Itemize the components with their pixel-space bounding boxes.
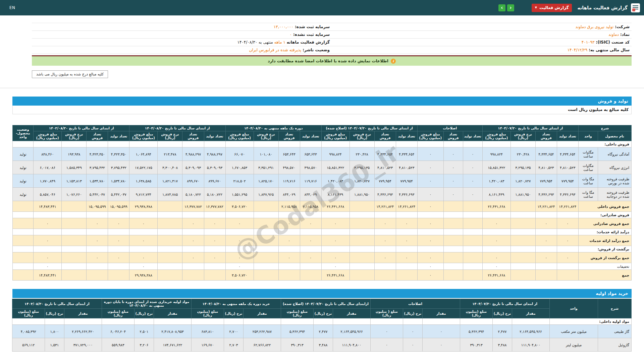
- column-header: تعداد تولید: [557, 131, 578, 141]
- amounts-note: کلیه مبالغ درج شده به میلیون ریال می باش…: [32, 70, 108, 78]
- value-cell: [443, 246, 463, 252]
- status-cell: تولید: [13, 174, 34, 188]
- signature-notice-text: اطلاعات نمایش داده شده با اطلاعات امضا ش…: [268, 59, 388, 63]
- raw-materials-title: خرید مواد اولیه: [596, 291, 628, 296]
- value-cell: ۸,۱۶۱,۴۳۹: [482, 188, 511, 201]
- value-cell: ۵,۴۴۲,۰۳۷: [108, 188, 129, 201]
- value-cell: ۲۹,۹۳۸,۳۸۸: [129, 270, 158, 281]
- company-info-row: شرکت: تولید نیروی برق دماوند: [332, 23, 632, 31]
- value-cell: ۰: [182, 252, 204, 263]
- value-cell: ۳,۴۸۸: [493, 338, 512, 352]
- value-cell: [460, 318, 492, 325]
- value-cell: [300, 141, 321, 147]
- value-cell: [300, 229, 321, 235]
- value-cell: [350, 201, 374, 212]
- value-cell: [535, 246, 557, 252]
- value-cell: ۱,۸۸۱,۹۵۰: [511, 188, 535, 201]
- info-label: نماد:: [619, 32, 630, 37]
- value-cell: ۰: [204, 218, 225, 229]
- value-cell: ۱۱۱,۹۰۴,۸۰۰: [333, 338, 370, 352]
- value-cell: [417, 212, 443, 218]
- value-cell: [463, 246, 482, 252]
- nav-back-button[interactable]: ‹: [507, 4, 514, 11]
- value-cell: [254, 235, 278, 246]
- value-cell: [482, 141, 511, 147]
- value-cell: [535, 141, 557, 147]
- value-cell: ۷۷۹,۹۵۴: [374, 174, 396, 188]
- report-navigation: ‹ ›: [498, 4, 514, 11]
- value-cell: ۲۳۰,۴۲۸: [350, 147, 374, 161]
- row-label: انرژی نیروگاه: [598, 161, 631, 174]
- value-cell: ۰: [34, 218, 62, 229]
- value-cell: [204, 270, 225, 281]
- value-cell: [350, 212, 374, 218]
- unit-cell: مگاوات ساعت: [578, 161, 598, 174]
- language-toggle[interactable]: EN: [9, 5, 15, 10]
- column-header: مقدار: [333, 309, 370, 318]
- value-cell: ۰: [403, 325, 422, 338]
- value-cell: [557, 246, 578, 252]
- value-cell: [254, 141, 278, 147]
- column-group-header: از ابتدای سال مالی تا تاریخ ۱۴۰۴/۰۷/۳۰ (…: [321, 125, 417, 131]
- value-cell: [254, 218, 278, 229]
- value-cell: [182, 141, 204, 147]
- value-cell: ۰: [374, 252, 396, 263]
- value-cell: ۹,۷۱۲,۷۳۴: [129, 188, 158, 201]
- value-cell: [225, 246, 254, 252]
- value-cell: [511, 246, 535, 252]
- value-cell: [158, 270, 182, 281]
- value-cell: ۰: [422, 338, 460, 352]
- value-cell: ۰: [108, 235, 129, 246]
- value-cell: [535, 270, 557, 281]
- value-cell: ۱۵,۸۵۱,۳۲۲: [482, 161, 511, 174]
- value-cell: [463, 252, 482, 263]
- info-value: تولید نیروی برق دماوند: [576, 24, 613, 29]
- value-cell: ۲۵۳,۲۶۲,۹۸۷: [243, 325, 281, 338]
- value-cell: ۰: [417, 174, 443, 188]
- value-cell: [62, 141, 87, 147]
- value-cell: [254, 252, 278, 263]
- value-cell: [422, 318, 460, 325]
- value-cell: ۱۱۹,۷۱۶: [300, 174, 321, 188]
- section-header-row: مواد اولیه داخلی:: [12, 318, 631, 325]
- value-cell: [108, 270, 129, 281]
- value-cell: [254, 201, 278, 212]
- value-cell: ۲,۷۰۰: [224, 325, 243, 338]
- column-header: مبلغ (میلیون ریال): [102, 309, 134, 318]
- value-cell: ۱۵,۸۵۱,۳۲۲: [321, 161, 350, 174]
- column-header: مبلغ (میلیون ریال): [12, 309, 45, 318]
- value-cell: [321, 229, 350, 235]
- nav-forward-button[interactable]: ›: [498, 4, 505, 11]
- value-cell: ۳,۴۸۸: [313, 338, 333, 352]
- column-header: نرخ فروش (ریال): [511, 131, 535, 141]
- value-cell: ۲,۷۰۳: [224, 338, 243, 352]
- value-cell: ۰: [300, 218, 321, 229]
- value-cell: [396, 246, 417, 252]
- report-document-icon[interactable]: [631, 3, 640, 12]
- table-row: جمع برگشت از فروش۰۰۰۰۰۰۰۰۰۰۰۰۰۰۰۰: [13, 252, 632, 263]
- value-cell: [374, 212, 396, 218]
- value-cell: ۳,۲۹۵,۱۳۵: [350, 161, 374, 174]
- status-cell: [13, 235, 34, 246]
- row-label: جمع: [578, 270, 631, 281]
- value-cell: [482, 246, 511, 252]
- value-cell: ۹۹۸,۸۲۴: [321, 147, 350, 161]
- report-type-dropdown[interactable]: گزارش فعالیت ▼: [532, 4, 572, 12]
- value-cell: [511, 229, 535, 235]
- value-cell: ۱,۶۳۸,۵۸۵: [129, 174, 158, 188]
- value-cell: ۰: [204, 252, 225, 263]
- value-cell: ۳۹۰,۳۱۳: [460, 338, 492, 352]
- value-cell: ۰: [34, 263, 62, 270]
- company-info-row: سرمایه ثبت نشده: ۰: [32, 31, 332, 39]
- column-header: نرخ فروش (ریال): [158, 131, 182, 141]
- value-cell: ۱,۰۶۴,۸۹۴: [129, 147, 158, 161]
- table-row: جمع فروش صادراتی۰۰۰۰۰۰۰۰۰۰۰۰۰۰۰۰: [13, 218, 632, 229]
- value-cell: [191, 318, 224, 325]
- info-label: گزارش فعالیت ماهانه: [285, 40, 330, 45]
- value-cell: [333, 318, 370, 325]
- value-cell: ۱۶,۳۷۷,۷۸۲: [182, 201, 204, 212]
- column-header: تعداد تولید: [396, 131, 417, 141]
- info-value: پذیرفته شده در فرابورس ایران: [249, 48, 302, 52]
- value-cell: ۰: [463, 161, 482, 174]
- value-cell: [278, 141, 300, 147]
